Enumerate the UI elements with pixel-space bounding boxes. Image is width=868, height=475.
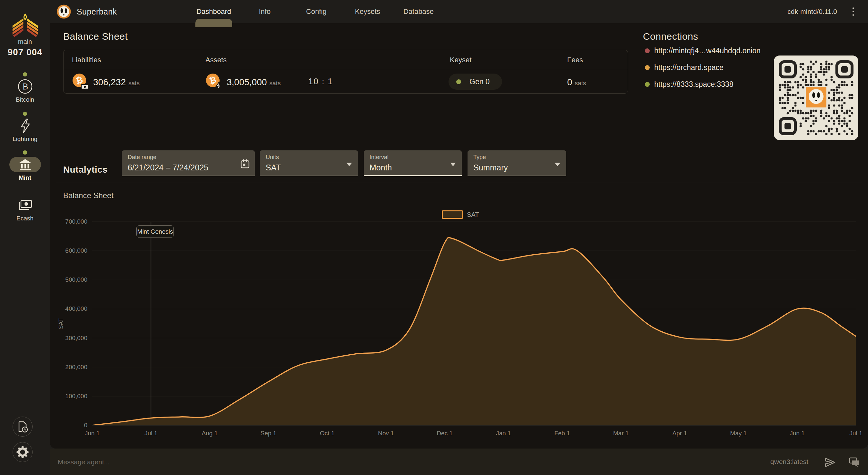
svg-text:May 1: May 1 — [730, 430, 747, 437]
connection-url: https://orchard.space — [654, 63, 723, 72]
sidebar-item-label: Mint — [19, 174, 31, 181]
bank-icon — [18, 158, 32, 171]
sidebar: main 907 004 ₿ Bitcoin Lightning — [0, 0, 50, 475]
svg-text:500,000: 500,000 — [65, 276, 87, 283]
block-height: 907 004 — [0, 47, 50, 57]
svg-text:100,000: 100,000 — [65, 393, 87, 399]
assets-unit: sats — [270, 80, 281, 87]
column-header-keyset: Keyset — [450, 50, 471, 70]
units-label: Units — [266, 154, 352, 161]
gear-icon — [16, 446, 29, 458]
sidebar-item-label: Bitcoin — [16, 96, 34, 103]
liabilities-unit: sats — [128, 80, 140, 87]
column-header-liabilities: Liabilities — [72, 50, 101, 70]
mint-active-pill — [9, 157, 41, 172]
chevron-down-icon — [555, 162, 560, 166]
svg-text:Jun 1: Jun 1 — [789, 430, 804, 437]
tab-info[interactable]: Info — [259, 0, 271, 23]
tab-database[interactable]: Database — [403, 0, 434, 23]
keyset-chip[interactable]: Gen 0 — [448, 73, 502, 90]
sidebar-item-ecash[interactable]: Ecash — [0, 198, 50, 222]
interval-select[interactable]: Interval Month — [364, 150, 462, 176]
chat-history-button[interactable] — [847, 456, 860, 469]
bitcoin-status-dot — [23, 72, 27, 77]
lightning-icon — [19, 118, 32, 133]
agent-message-bar: qwen3:latest — [50, 449, 868, 475]
app-root: main 907 004 ₿ Bitcoin Lightning — [0, 0, 868, 475]
svg-text:200,000: 200,000 — [65, 364, 87, 370]
chart-y-axis-title: SAT — [58, 318, 64, 329]
keyset-label: Gen 0 — [469, 78, 490, 86]
column-header-assets: Assets — [206, 50, 227, 70]
svg-text:Jul 1: Jul 1 — [849, 430, 863, 437]
svg-text:Aug 1: Aug 1 — [202, 430, 218, 437]
mint-status-dot — [23, 150, 27, 154]
balance-sheet-row: ₿ 306,232 sats ₿ — [64, 70, 628, 93]
balance-sheet-chart: 0100,000200,000300,000400,000500,000600,… — [56, 216, 866, 442]
chart-y-axis-labels: 0100,000200,000300,000400,000500,000600,… — [65, 218, 87, 428]
chart-area-fill — [92, 237, 856, 425]
type-value: Summary — [473, 163, 560, 172]
message-agent-input[interactable] — [57, 449, 703, 475]
svg-text:₿: ₿ — [22, 82, 28, 91]
svg-text:Jun 1: Jun 1 — [85, 430, 100, 437]
connection-link-onion[interactable]: http://mintqfj4…w44uhdqd.onion — [645, 46, 761, 56]
connection-url: https://8333.space:3338 — [654, 80, 734, 89]
model-name: qwen3:latest — [770, 449, 808, 475]
tab-keysets[interactable]: Keysets — [355, 0, 380, 23]
daemon-version: cdk-mintd/0.11.0 — [787, 0, 837, 23]
svg-text:Jul 1: Jul 1 — [145, 430, 157, 437]
svg-text:400,000: 400,000 — [65, 305, 87, 312]
svg-text:Sep 1: Sep 1 — [260, 430, 277, 437]
chat-bubbles-icon — [847, 456, 860, 469]
balance-sheet-table: Liabilities Assets Keyset Fees ₿ 306,232… — [63, 50, 628, 94]
connection-link-port[interactable]: https://8333.space:3338 — [645, 79, 734, 89]
file-clock-icon — [17, 420, 29, 433]
svg-text:0: 0 — [84, 422, 87, 428]
tab-config[interactable]: Config — [306, 0, 327, 23]
send-button[interactable] — [824, 456, 837, 469]
units-value: SAT — [266, 163, 352, 172]
balance-sheet-title: Balance Sheet — [63, 31, 128, 42]
sidebar-item-label: Lightning — [12, 136, 37, 143]
nutalytics-title: Nutalytics — [63, 165, 108, 175]
connection-link-https[interactable]: https://orchard.space — [645, 63, 723, 72]
svg-text:Dec 1: Dec 1 — [437, 430, 453, 437]
superbank-wheat-logo-icon — [8, 13, 42, 40]
pending-operations-button[interactable] — [12, 417, 33, 437]
units-select[interactable]: Units SAT — [260, 150, 358, 176]
send-icon — [824, 456, 836, 468]
connection-status-dot — [645, 82, 650, 87]
active-tab-indicator — [195, 19, 232, 27]
network-label: main — [0, 38, 50, 46]
fees-amount: 0 sats — [567, 70, 586, 93]
liabilities-amount: 306,232 sats — [93, 70, 140, 93]
interval-value: Month — [370, 163, 456, 172]
settings-button[interactable] — [12, 442, 33, 462]
chevron-down-icon — [450, 162, 456, 166]
svg-text:700,000: 700,000 — [65, 218, 87, 225]
kebab-icon — [852, 7, 854, 9]
sidebar-item-label: Ecash — [17, 215, 34, 222]
keyset-status-dot — [456, 79, 461, 84]
dashboard-content: Balance Sheet Liabilities Assets Keyset … — [50, 23, 868, 449]
type-select[interactable]: Type Summary — [468, 150, 566, 176]
connection-status-dot — [645, 49, 650, 53]
qr-code — [774, 56, 858, 140]
ecash-banknote-icon — [18, 198, 33, 213]
sidebar-item-lightning[interactable]: Lightning — [0, 112, 50, 143]
svg-text:Apr 1: Apr 1 — [672, 430, 687, 437]
column-header-fees: Fees — [567, 50, 583, 70]
connection-url: http://mintqfj4…w44uhdqd.onion — [654, 47, 761, 55]
date-range-field[interactable]: Date range 6/21/2024 – 7/24/2025 — [122, 150, 255, 176]
svg-text:600,000: 600,000 — [65, 247, 87, 254]
assets-liabilities-ratio: 10 : 1 — [308, 70, 333, 93]
top-navigation: Superbank Dashboard Info Config Keysets … — [50, 0, 868, 23]
app-title: Superbank — [77, 0, 117, 23]
calendar-icon[interactable] — [240, 159, 250, 169]
sidebar-item-bitcoin[interactable]: ₿ Bitcoin — [0, 72, 50, 103]
connections-title: Connections — [643, 31, 698, 42]
sidebar-item-mint[interactable]: Mint — [0, 150, 50, 181]
overflow-menu-button[interactable] — [850, 0, 857, 23]
chart-x-axis-labels: Jun 1Jul 1Aug 1Sep 1Oct 1Nov 1Dec 1Jan 1… — [85, 430, 863, 437]
